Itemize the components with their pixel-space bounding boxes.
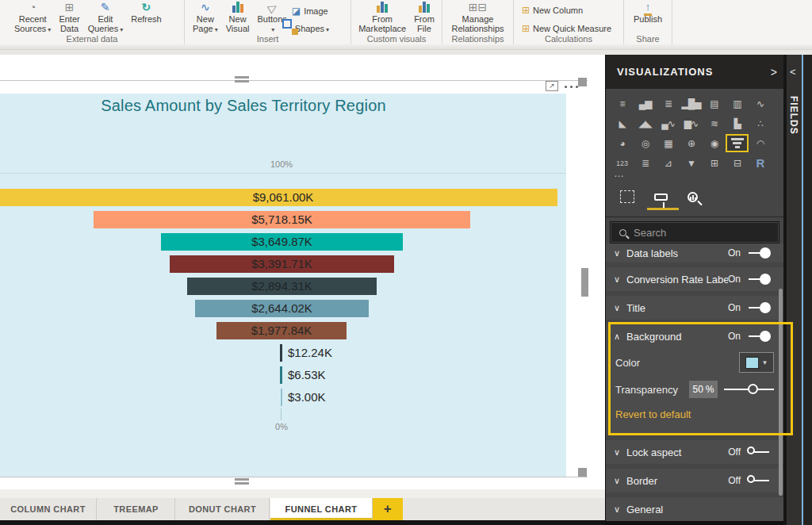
relationships-icon: ⊞⊟ [469, 0, 487, 14]
revert-to-default-link[interactable]: Revert to default [606, 402, 783, 420]
section-header[interactable]: ∧ Background On [606, 324, 783, 348]
transparency-slider[interactable] [724, 383, 774, 396]
funnel-bar[interactable]: $3,391.71K [170, 255, 394, 273]
fields-pane-collapsed[interactable]: < FIELDS [787, 55, 802, 525]
visual-resize-handle-right[interactable] [581, 268, 588, 297]
data-labels-toggle[interactable] [747, 247, 771, 259]
add-page-button[interactable]: + [373, 498, 403, 520]
lock-aspect-toggle[interactable] [747, 446, 771, 458]
vis-icon-filled-map[interactable]: ◉ [703, 134, 726, 152]
vis-icon-hundred-stacked-column[interactable]: ▥ [726, 94, 749, 113]
section-header[interactable]: ∨ General [606, 497, 783, 521]
edit-queries-button[interactable]: ✎ Edit Queries [85, 0, 127, 35]
section-header[interactable]: ∨ Title On [606, 296, 783, 320]
visual-drag-handle-bottom[interactable] [235, 482, 249, 485]
vis-icon-gauge[interactable]: ◠ [749, 134, 772, 152]
vis-icon-matrix[interactable]: ⊟ [726, 154, 749, 172]
funnel-bar[interactable]: $9,061.00K [0, 189, 557, 206]
vis-icon-stacked-bar[interactable]: ≡ [611, 94, 634, 113]
image-button[interactable]: ◪ Image [292, 3, 329, 19]
vis-icon-ribbon[interactable]: ≋ [703, 114, 726, 132]
refresh-button[interactable]: ↻ Refresh [128, 0, 165, 35]
visual-resize-handle-bottom-right[interactable] [578, 468, 587, 477]
section-header[interactable]: ∨ Lock aspect Off [606, 440, 783, 464]
slider-knob[interactable] [748, 384, 758, 394]
vis-icon-map[interactable]: ⊕ [680, 134, 703, 152]
vis-icon-funnel[interactable] [726, 134, 749, 152]
visual-drag-handle-bottom[interactable] [235, 478, 249, 481]
expand-fields-icon[interactable]: < [790, 66, 796, 78]
manage-relationships-button[interactable]: ⊞⊟ Manage Relationships [448, 0, 507, 35]
page-tab-treemap[interactable]: TREEMAP [98, 498, 175, 520]
table-icon: ⊞ [65, 0, 75, 14]
vis-icon-area[interactable]: ◣ [611, 114, 634, 132]
conversion-rate-toggle[interactable] [747, 273, 771, 285]
background-toggle[interactable] [747, 330, 771, 343]
enter-data-button[interactable]: ⊞ Enter Data [56, 0, 82, 35]
funnel-bar[interactable]: $3,649.87K [161, 233, 403, 251]
tab-fields[interactable] [615, 186, 639, 207]
vis-icon-clustered-bar[interactable]: ≣ [657, 94, 680, 113]
vis-icon-line[interactable]: ∿ [749, 94, 772, 113]
funnel-bar[interactable]: $2,644.02K [195, 300, 369, 317]
vis-icon-waterfall[interactable]: ▙ [726, 114, 749, 132]
search-input[interactable] [634, 227, 768, 239]
vis-icon-scatter[interactable]: ∴ [749, 114, 772, 132]
collapse-pane-icon[interactable]: > [771, 66, 777, 79]
section-background: ∧ Background On Color ▼ Transparency 50 … [606, 324, 783, 435]
from-marketplace-button[interactable]: From Marketplace [355, 0, 409, 35]
file-chart-icon [419, 0, 430, 14]
format-search[interactable] [611, 222, 779, 243]
funnel-bar[interactable]: $1,977.84K [216, 322, 347, 339]
vis-icon-line-stacked-column[interactable]: ▄∿ [657, 114, 680, 132]
section-header[interactable]: ∨ Conversion Rate Label On [606, 267, 783, 291]
title-toggle[interactable] [747, 301, 771, 314]
section-header[interactable]: ∨ Data labels On [606, 243, 783, 262]
vis-icon-table[interactable]: ⊞ [703, 154, 726, 172]
background-transparency-row: Transparency 50 % [606, 377, 783, 402]
vis-icon-slicer[interactable]: ▼ [680, 154, 703, 172]
funnel-bar[interactable]: $2,894.31K [187, 278, 377, 295]
page-tab-funnel-chart[interactable]: FUNNEL CHART [270, 498, 373, 520]
focus-mode-icon[interactable]: ↗ [546, 81, 558, 91]
recent-sources-button[interactable]: ◔ Recent Sources [11, 0, 54, 35]
buttons-button[interactable]: ▷ Buttons [254, 0, 289, 35]
vis-icon-stacked-area[interactable]: ◢◣ [634, 114, 657, 132]
page-tab-donut-chart[interactable]: DONUT CHART [176, 498, 270, 520]
group-label: Custom visuals [351, 34, 442, 44]
vis-icon-clustered-column[interactable]: ▂█▅ [680, 94, 703, 113]
tab-analytics[interactable] [680, 186, 704, 207]
funnel-bar[interactable] [280, 344, 282, 362]
funnel-bar[interactable] [280, 366, 282, 384]
from-file-button[interactable]: From File [411, 0, 438, 35]
vis-icon-pie[interactable]: ◕ [611, 134, 634, 152]
new-visual-button[interactable]: New Visual [223, 0, 253, 35]
vis-icon-treemap[interactable]: ▦ [657, 134, 680, 152]
vis-icon-kpi[interactable]: ⊿ [657, 154, 680, 172]
visual-resize-handle-top-right[interactable] [578, 78, 587, 86]
get-data-button[interactable]: ▆▅ Get Data [0, 0, 2, 35]
color-picker-dropdown[interactable]: ▼ [739, 352, 774, 373]
format-pane-scrollbar[interactable] [779, 289, 783, 496]
new-column-button[interactable]: ⊞ New Column [522, 2, 623, 18]
visual-drag-handle-top[interactable] [235, 80, 249, 82]
transparency-input[interactable]: 50 % [689, 381, 718, 398]
funnel-bar[interactable] [281, 389, 282, 406]
more-visuals-icon[interactable]: … [614, 167, 624, 179]
publish-button[interactable]: ↑ Publish [630, 0, 665, 35]
visual-drag-handle-top[interactable] [235, 76, 249, 79]
funnel-bar[interactable]: $5,718.15K [94, 211, 470, 228]
vis-icon-line-clustered-column[interactable]: ▆∿ [680, 114, 703, 132]
vis-icon-r-script[interactable]: R [749, 154, 772, 172]
new-page-button[interactable]: ∿ New Page [190, 0, 221, 35]
vis-icon-multi-row-card[interactable]: ≣ [634, 154, 657, 172]
page-tab-column-chart[interactable]: COLUMN CHART [0, 498, 97, 520]
vis-icon-hundred-stacked-bar[interactable]: ▤ [703, 94, 726, 113]
tab-format[interactable] [649, 186, 672, 207]
toggle-state: On [728, 331, 741, 342]
vis-icon-donut[interactable]: ◎ [634, 134, 657, 152]
vis-icon-stacked-column[interactable]: ▄▆ [634, 94, 657, 113]
section-header[interactable]: ∨ Border Off [606, 469, 783, 492]
border-toggle[interactable] [747, 474, 771, 487]
more-options-icon[interactable] [565, 86, 578, 88]
